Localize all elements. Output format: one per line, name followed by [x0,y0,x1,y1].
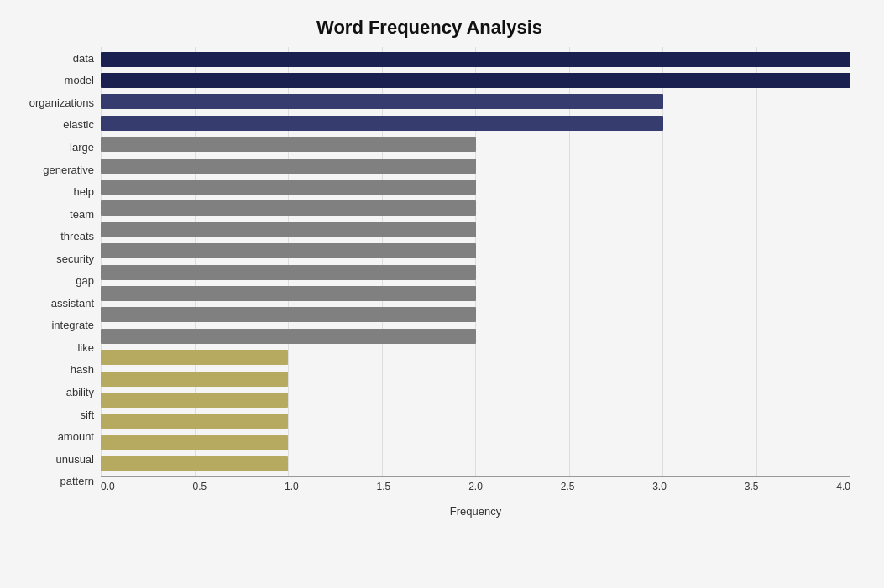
bars-wrapper [101,47,850,476]
y-label: help [73,182,94,202]
bar [101,73,850,88]
y-label: pattern [60,471,94,492]
bar [101,94,663,109]
bar-row [101,348,850,367]
y-label: model [65,70,94,91]
bar [101,116,663,131]
y-axis-labels: datamodelorganizationselasticlargegenera… [8,47,101,518]
y-label: elastic [63,115,94,135]
bar [101,329,476,344]
bar-row [101,327,850,346]
x-tick: 0.0 [101,477,115,492]
bar [101,265,476,280]
y-label: sift [80,404,94,424]
bar-row [101,114,850,133]
bar-row [101,178,850,196]
bar-row [101,263,850,282]
y-label: data [73,48,94,68]
chart-title: Word Frequency Analysis [8,17,850,39]
bar-row [101,50,850,69]
bar [101,222,476,237]
y-label: amount [58,427,94,447]
y-label: ability [66,382,94,402]
bar-row [101,199,850,217]
bar [101,243,476,258]
y-label: organizations [29,92,94,112]
bars-section [101,47,850,476]
bar [101,350,288,365]
bar-row [101,455,850,473]
bar-row [101,305,850,324]
bar-row [101,412,850,430]
y-label: large [70,137,94,157]
y-label: integrate [51,315,94,336]
bar-row [101,242,850,260]
bar-row [101,370,850,388]
y-label: generative [43,159,94,180]
bar [101,414,288,429]
x-tick: 3.0 [652,477,667,492]
bar [101,456,288,471]
bar [101,180,476,195]
x-tick: 1.5 [377,477,391,492]
x-tick: 2.0 [468,477,483,492]
bar [101,159,476,174]
bar [101,200,476,216]
bar [101,52,850,67]
bar [101,137,476,152]
bar-row [101,92,850,111]
bar [101,307,476,322]
x-tick: 4.0 [836,477,850,492]
bar-row [101,157,850,175]
y-label: unusual [55,449,94,469]
x-tick: 1.0 [285,477,299,492]
chart-container: Word Frequency Analysis datamodelorganiz… [0,0,884,588]
bar-row [101,71,850,90]
bar-row [101,221,850,239]
bar-row [101,391,850,409]
x-axis: 0.00.51.01.52.02.53.03.54.0 [101,476,850,502]
bar [101,435,288,450]
bar [101,372,288,387]
x-tick: 3.5 [745,477,759,492]
x-axis-label: Frequency [101,505,850,518]
bar [101,393,288,408]
x-ticks: 0.00.51.01.52.02.53.03.54.0 [101,477,850,492]
x-tick: 0.5 [193,477,207,492]
bar-row [101,284,850,303]
y-label: threats [60,226,94,247]
bar-row [101,135,850,154]
y-label: like [77,337,94,357]
y-label: gap [76,271,94,291]
y-label: team [70,204,94,224]
y-label: hash [71,360,94,380]
x-tick: 2.5 [561,477,575,492]
chart-area: datamodelorganizationselasticlargegenera… [8,47,850,518]
y-label: security [56,248,94,268]
bar-row [101,434,850,452]
bars-and-x-area: 0.00.51.01.52.02.53.03.54.0 Frequency [101,47,850,518]
bar [101,286,476,301]
y-label: assistant [51,293,94,313]
